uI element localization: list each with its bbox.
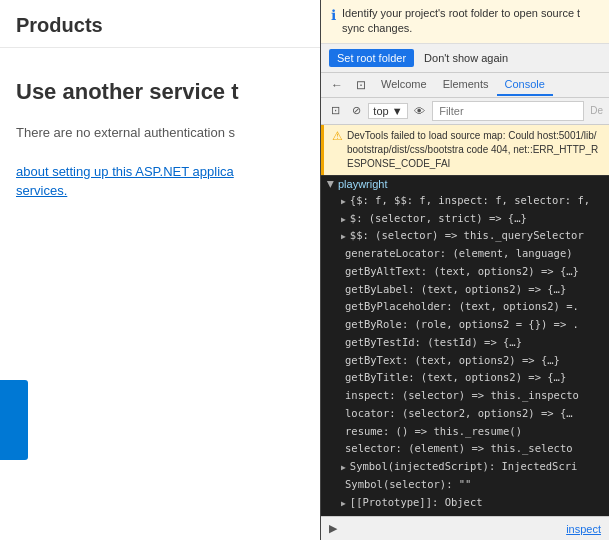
devtools-tabs: ← ⊡ Welcome Elements Console	[321, 73, 609, 98]
expand-arrow-icon: ▶	[341, 231, 346, 243]
console-item-text: {$: f, $$: f, inspect: f, selector: f,	[350, 193, 590, 209]
console-item[interactable]: inspect: (selector) => this._inspecto	[321, 387, 609, 405]
back-tab-icon[interactable]: ←	[325, 73, 349, 97]
console-item-text: inspect: (selector) => this._inspecto	[345, 388, 579, 404]
console-item-text: locator: (selector2, options2) => {…	[345, 406, 573, 422]
console-item-text: getByPlaceholder: (text, options2) =.	[345, 299, 579, 315]
console-item[interactable]: ▶{$: f, $$: f, inspect: f, selector: f,	[321, 192, 609, 210]
console-item[interactable]: ▶$$: (selector) => this._querySelector	[321, 227, 609, 245]
eye-icon[interactable]: 👁	[412, 102, 429, 120]
console-item-text: [[Prototype]]: Object	[350, 495, 483, 511]
console-item[interactable]: generateLocator: (element, language)	[321, 245, 609, 263]
devtools-action-bar: Set root folder Don't show again	[321, 44, 609, 73]
console-item[interactable]: ▶[[Prototype]]: Object	[321, 494, 609, 512]
console-item[interactable]: locator: (selector2, options2) => {…	[321, 405, 609, 423]
console-item-text: getByTitle: (text, options2) => {…}	[345, 370, 566, 386]
asp-link[interactable]: about setting up this ASP.NET applica	[16, 164, 234, 179]
console-item[interactable]: getByRole: (role, options2 = {}) => .	[321, 316, 609, 334]
console-item[interactable]: ▶$: (selector, strict) => {…}	[321, 210, 609, 228]
expand-arrow-icon: ▶	[341, 462, 346, 474]
devtools-info-bar: ℹ Identify your project's root folder to…	[321, 0, 609, 44]
console-item[interactable]: getByTestId: (testId) => {…}	[321, 334, 609, 352]
playwright-row[interactable]: ▶ playwright	[321, 175, 609, 192]
tab-elements[interactable]: Elements	[435, 74, 497, 96]
set-root-button[interactable]: Set root folder	[329, 49, 414, 67]
expand-arrow-icon: ▶	[341, 498, 346, 510]
main-page: Products Use another service t There are…	[0, 0, 320, 540]
console-item-text: $: (selector, strict) => {…}	[350, 211, 527, 227]
console-item-text: getByRole: (role, options2 = {}) => .	[345, 317, 579, 333]
dev-label: De	[588, 105, 603, 116]
inspect-link[interactable]: inspect	[566, 523, 601, 535]
info-text: Identify your project's root folder to o…	[342, 6, 599, 37]
blue-accent-box	[0, 380, 28, 460]
devtools-bottom-bar: ▶ inspect	[321, 516, 609, 540]
console-item-text: Symbol(injectedScript): InjectedScri	[350, 459, 578, 475]
expand-arrow-icon: ▶	[341, 196, 346, 208]
console-item[interactable]: resume: () => this._resume()	[321, 423, 609, 441]
console-items-container: ▶{$: f, $$: f, inspect: f, selector: f,▶…	[321, 192, 609, 512]
console-item-text: getByTestId: (testId) => {…}	[345, 335, 522, 351]
devtools-panel: ℹ Identify your project's root folder to…	[320, 0, 609, 540]
console-item[interactable]: selector: (element) => this._selecto	[321, 440, 609, 458]
forward-tab-icon[interactable]: ⊡	[349, 73, 373, 97]
console-item-text: getByText: (text, options2) => {…}	[345, 353, 560, 369]
services-link[interactable]: services.	[16, 183, 67, 198]
console-item[interactable]: Symbol(selector): ""	[321, 476, 609, 494]
top-label: top	[373, 105, 388, 117]
warning-icon: ⚠	[332, 129, 343, 143]
console-item[interactable]: ▶Symbol(injectedScript): InjectedScri	[321, 458, 609, 476]
tab-welcome[interactable]: Welcome	[373, 74, 435, 96]
console-item[interactable]: getByTitle: (text, options2) => {…}	[321, 369, 609, 387]
console-item[interactable]: getByAltText: (text, options2) => {…}	[321, 263, 609, 281]
tab-console[interactable]: Console	[497, 74, 553, 96]
console-item-text: getByAltText: (text, options2) => {…}	[345, 264, 579, 280]
bottom-arrow[interactable]: ▶	[329, 522, 337, 535]
toolbar-icon-2[interactable]: ⊘	[348, 102, 365, 120]
console-item-text: $$: (selector) => this._querySelector	[350, 228, 584, 244]
console-item-text: resume: () => this._resume()	[345, 424, 522, 440]
console-item-text: selector: (element) => this._selecto	[345, 441, 573, 457]
error-text: DevTools failed to load source map: Coul…	[347, 129, 601, 171]
filter-input[interactable]	[432, 101, 584, 121]
expand-arrow-icon: ▶	[341, 214, 346, 226]
body-text: There are no external authentication s	[16, 125, 235, 140]
toolbar-icon-1[interactable]: ⊡	[327, 102, 344, 120]
page-title: Products	[0, 0, 320, 48]
console-item-text: generateLocator: (element, language)	[345, 246, 573, 262]
playwright-expand[interactable]: ▶	[326, 180, 336, 187]
service-body: There are no external authentication s a…	[16, 123, 304, 201]
console-item[interactable]: getByLabel: (text, options2) => {…}	[321, 281, 609, 299]
devtools-toolbar: ⊡ ⊘ top ▼ 👁 De	[321, 98, 609, 125]
console-item[interactable]: getByText: (text, options2) => {…}	[321, 352, 609, 370]
error-bar: ⚠ DevTools failed to load source map: Co…	[321, 125, 609, 175]
page-content: Use another service t There are no exter…	[0, 48, 320, 221]
dont-show-button[interactable]: Don't show again	[420, 49, 512, 67]
info-icon: ℹ	[331, 7, 336, 23]
devtools-body: ⚠ DevTools failed to load source map: Co…	[321, 125, 609, 516]
playwright-label: playwright	[338, 178, 388, 190]
console-item-text: getByLabel: (text, options2) => {…}	[345, 282, 566, 298]
dropdown-arrow: ▼	[392, 105, 403, 117]
console-item-text: Symbol(selector): ""	[345, 477, 471, 493]
top-select[interactable]: top ▼	[368, 103, 407, 119]
service-heading: Use another service t	[16, 78, 304, 107]
console-item[interactable]: getByPlaceholder: (text, options2) =.	[321, 298, 609, 316]
